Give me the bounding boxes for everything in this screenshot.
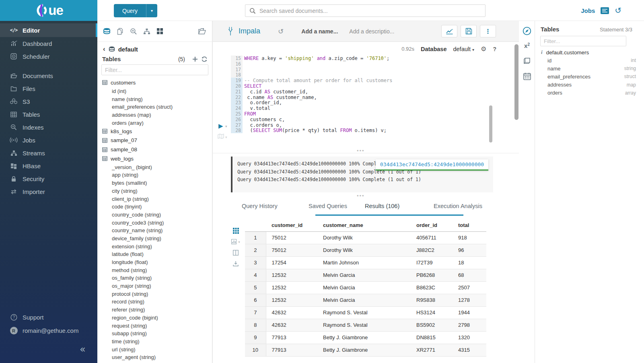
column-row[interactable]: id int [535,56,644,64]
refresh-icon[interactable] [201,56,208,62]
cell-customer-id[interactable]: 12532 [266,269,317,281]
sidebar-item-documents[interactable]: Documents [0,69,97,82]
settings-gear-icon[interactable]: ⚙ [481,45,486,53]
sidebar-item-security[interactable]: Security [0,172,97,185]
functions-icon[interactable]: x2 [519,42,535,49]
sidebar-item-editor[interactable]: </> Editor [0,23,97,37]
cell-total[interactable]: 1320 [453,331,486,344]
table-row[interactable]: 8 42632 Raymond S. Vestal BS5902 2798 [245,319,486,331]
execute-options-caret[interactable]: ▾ [225,124,227,128]
language-reference-icon[interactable] [519,57,535,64]
cell-order-id[interactable]: XR2771 [411,344,453,356]
cell-order-id[interactable]: DN8815 [411,331,453,344]
cell-total[interactable]: 2507 [453,281,486,294]
tree-item[interactable]: extension (string) [97,242,212,250]
cell-order-id[interactable]: BS5902 [411,319,453,331]
add-table-icon[interactable] [192,56,198,62]
cell-customer-name[interactable]: Martin Johnson [317,256,411,269]
info-icon[interactable]: i [541,49,543,56]
cell-customer-id[interactable]: 77913 [266,331,317,344]
cell-customer-id[interactable]: 75012 [266,231,317,244]
sidebar-item-streams[interactable]: Streams [0,146,97,159]
jobs-link[interactable]: Jobs [581,7,595,14]
tree-item[interactable]: orders (array) [97,119,212,127]
sidebar-item-hbase[interactable]: HBase [0,159,97,172]
query-name-field[interactable]: Add a name... [301,28,338,35]
column-header[interactable]: customer_name [317,219,411,231]
tree-item[interactable]: protocol (string) [97,290,212,298]
table-row[interactable]: 10 77913 Betty J. Giambrone XR2771 4315 [245,344,486,356]
download-icon[interactable] [230,261,241,266]
tree-item[interactable]: client_ip (string) [97,195,212,203]
tree-item[interactable]: city (string) [97,187,212,195]
sql-editor[interactable]: 1516171819202122232425262728 WHERE a.key… [231,56,496,133]
query-description-field[interactable]: Add a descriptio... [349,28,394,35]
tree-item[interactable]: sample_07 [97,136,212,145]
cell-customer-id[interactable]: 75012 [266,244,317,256]
chart-view-icon[interactable]: ▾ [230,239,241,245]
cell-customer-name[interactable]: Melvin Garcia [317,294,411,306]
sidebar-item-importer[interactable]: Importer [0,185,97,198]
cell-customer-name[interactable]: Dorothy Wilk [317,231,411,244]
schedule-icon[interactable] [519,72,535,80]
database-selector[interactable]: default ▾ [453,46,474,52]
cell-customer-name[interactable]: Raymond S. Vestal [317,319,411,331]
tree-item[interactable]: referer (string) [97,306,212,314]
tree-item[interactable]: url (string) [97,345,212,353]
more-actions-button[interactable]: ⋮ [480,25,496,37]
column-header[interactable]: total [453,219,486,231]
tree-item[interactable]: device_family (string) [97,235,212,243]
query-history-icon[interactable]: ↺ [615,6,621,15]
search-plus-icon[interactable] [130,28,137,35]
column-header[interactable]: customer_id [266,219,317,231]
tree-item[interactable]: country_code (string) [97,211,212,219]
tree-item[interactable]: web_logs [97,154,212,163]
table-row[interactable]: 4 12532 Melvin Garcia PB6268 68 [245,269,486,281]
tree-item[interactable]: os_family (string) [97,274,212,282]
table-row[interactable]: 2 75012 Dorothy Wilk J882C2 96 [245,244,486,256]
tab-query-history[interactable]: Query History [242,203,278,209]
tree-item[interactable]: k8s_logs [97,127,212,136]
support-link[interactable]: ? Support [0,311,97,324]
cell-total[interactable]: 96 [453,244,486,256]
tree-item[interactable]: country_name (string) [97,227,212,235]
cell-customer-id[interactable]: 17254 [266,256,317,269]
cell-customer-name[interactable]: Betty J. Giambrone [317,344,411,356]
table-row[interactable]: 1 75012 Dorothy Wilk 4056711 918 [245,231,486,244]
tab-saved-queries[interactable]: Saved Queries [309,203,347,209]
cell-total[interactable]: 2798 [453,319,486,331]
tab-execution-analysis[interactable]: Execution Analysis [434,203,482,209]
tree-item[interactable]: _version_ (bigint) [97,163,212,171]
table-filter-input[interactable] [101,64,208,75]
cell-total[interactable]: 18 [453,256,486,269]
tree-item[interactable]: record (string) [97,298,212,306]
tree-item[interactable]: app (string) [97,171,212,179]
cell-customer-id[interactable]: 42632 [266,319,317,331]
cell-order-id[interactable]: I72T39 [411,256,453,269]
cell-total[interactable]: 68 [453,269,486,281]
cell-order-id[interactable]: R9S838 [411,294,453,306]
back-chevron-icon[interactable]: ‹ [103,45,105,53]
tree-item[interactable]: id (int) [97,87,212,95]
column-row[interactable]: addresses map [535,81,644,89]
apps-grid-icon[interactable] [156,28,163,35]
tree-item[interactable]: user_agent (string) [97,353,212,361]
cell-order-id[interactable]: HS3124 [411,306,453,319]
column-row[interactable]: email_preferences struct [535,72,644,80]
table-row[interactable]: 6 12532 Melvin Garcia R9S838 1278 [245,294,486,306]
tree-item[interactable]: time (string) [97,338,212,346]
active-table[interactable]: i default.customers [541,49,589,56]
cell-customer-name[interactable]: Melvin Garcia [317,269,411,281]
tree-item[interactable]: os_major (string) [97,282,212,290]
tree-item[interactable]: latitude (float) [97,250,212,258]
minimap-icon[interactable] [218,134,224,139]
table-row[interactable]: 7 42632 Raymond S. Vestal HS3124 1944 [245,306,486,319]
documents-copy-icon[interactable] [117,28,124,35]
cell-order-id[interactable]: B8623C [411,281,453,294]
code-lines[interactable]: WHERE a.key = 'shipping' and a.zip_code … [243,56,496,133]
cell-total[interactable]: 1278 [453,294,486,306]
columns-icon[interactable] [230,250,241,256]
database-breadcrumb[interactable]: ‹ default [103,45,138,53]
cell-total[interactable]: 1944 [453,306,486,319]
databases-icon[interactable] [103,28,111,35]
